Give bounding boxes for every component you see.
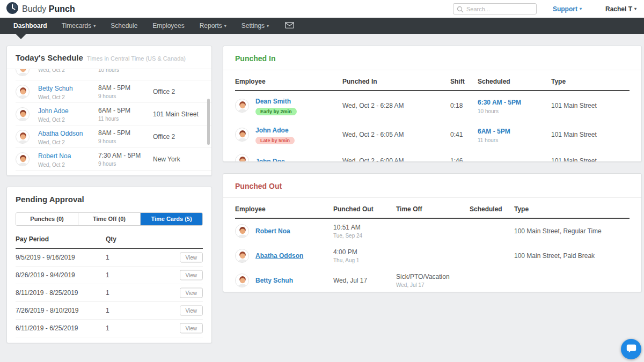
column-punched-in: Punched In [342,78,450,85]
table-row: 6/11/2019 - 6/25/2019 1 View [16,320,203,337]
pay-period-table-header: Pay Period Qty [16,233,203,249]
envelope-icon [285,21,294,31]
type-location: 101 Main Street [551,102,630,109]
shift-time: 6AM - 5PM [98,107,153,114]
pay-period: 7/26/2019 - 8/10/2019 [16,307,106,314]
shift-time: 7:30 AM - 5PM [98,152,153,159]
pay-period: 9/5/2019 - 9/16/2019 [16,254,106,261]
tab-punches[interactable]: Punches (0) [16,213,78,225]
tab-time-off[interactable]: Time Off (0) [78,213,141,225]
punched-in-table-header: Employee Punched In Shift Scheduled Type [235,70,630,91]
todays-schedule-header: Today's ScheduleTimes in Central Time (U… [7,46,211,69]
schedule-row: Wed, Oct 2 10 hours [16,69,211,80]
employee-avatar [235,224,249,238]
employee-name-link[interactable]: Robert Noa [38,152,71,160]
shift-duration: 0:41 [450,131,478,138]
qty: 1 [106,289,109,297]
column-type: Type [551,78,630,85]
view-button[interactable]: View [180,270,203,280]
shift-location: 101 Main Street [153,110,203,118]
schedule-scrollbar[interactable] [207,99,210,145]
employee-avatar [16,85,30,99]
messages-button[interactable] [276,18,303,34]
scheduled-shift-link[interactable]: 6AM - 5PM [478,128,510,135]
view-button[interactable]: View [180,323,203,334]
table-row: 8/11/2019 - 8/25/2019 1 View [16,284,203,302]
shift-location: New York [153,156,203,163]
type-location: 101 Main Street [551,157,630,162]
chevron-down-icon: ▾ [634,6,636,11]
punched-out-table-header: Employee Punched Out Time Off Scheduled … [235,198,630,219]
view-button[interactable]: View [180,306,203,316]
column-scheduled: Scheduled [478,78,551,85]
employee-avatar [235,154,249,162]
column-scheduled: Scheduled [470,205,514,213]
top-header: Buddy Punch Support▾ Rachel T▾ [0,0,644,18]
chat-launcher-button[interactable] [621,339,641,359]
qty: 1 [106,307,109,314]
clock-logo-icon [6,2,18,16]
employee-name-link[interactable]: Abatha Oddson [38,130,83,137]
punched-in-time: Wed, Oct 2 - 6:28 AM [342,102,450,109]
employee-name-link[interactable]: Betty Schuh [255,277,293,284]
punched-out-date: Tue, Sep 24 [333,233,396,239]
nav-item-employees[interactable]: Employees [145,18,192,34]
employee-name-link[interactable]: Dean Smith [255,98,291,105]
nav-item-timecards[interactable]: Timecards▾ [54,18,104,34]
shift-hours: 9 hours [98,161,153,167]
brand-name: Buddy Punch [22,4,75,14]
employee-name-link[interactable]: John Adoe [255,127,289,134]
table-row: 8/26/2019 - 9/4/2019 1 View [16,267,203,284]
employee-name-link[interactable]: John Doe [255,158,285,162]
column-type: Type [514,205,630,213]
shift-time: 8AM - 5PM [98,84,153,92]
view-button[interactable]: View [180,253,203,263]
shift-hours: 11 hours [98,116,153,122]
punched-out-date: Thu, Aug 1 [333,257,396,263]
employee-avatar [16,130,30,144]
pay-period: 6/11/2019 - 6/25/2019 [16,324,106,332]
column-punched-out: Punched Out [333,205,396,213]
chevron-down-icon: ▾ [267,24,269,28]
user-menu[interactable]: Rachel T▾ [605,5,636,13]
global-search [453,3,537,14]
punched-in-time: Wed, Oct 2 - 6:05 AM [342,131,450,138]
chevron-down-icon: ▾ [93,24,96,28]
tab-time-cards[interactable]: Time Cards (5) [141,213,202,225]
scheduled-shift-link[interactable]: 6:30 AM - 5PM [478,99,521,106]
employee-name-link[interactable]: John Adoe [38,107,69,115]
nav-item-schedule[interactable]: Schedule [103,18,145,34]
schedule-date: Wed, Oct 2 [38,94,98,100]
employee-name-link[interactable]: Abatha Oddson [255,252,303,260]
view-button[interactable]: View [180,288,203,298]
schedule-date: Wed, Oct 2 [38,69,98,73]
table-row: Robert Noa 10:51 AMTue, Sep 24 100 Main … [235,219,630,243]
type-location: 100 Main Street, Regular Time [514,227,630,235]
todays-schedule-title: Today's Schedule [16,53,83,62]
employee-name-link[interactable]: Betty Schuh [38,85,73,92]
pending-approval-tabs: Punches (0) Time Off (0) Time Cards (5) [16,212,203,226]
brand-logo[interactable]: Buddy Punch [6,2,75,16]
schedule-date: Wed, Oct 2 [38,139,98,145]
employee-name-link[interactable]: Robert Noa [255,227,290,235]
qty: 1 [106,254,109,261]
employee-avatar [16,69,30,76]
nav-item-dashboard[interactable]: Dashboard [6,18,54,34]
search-input[interactable] [453,3,537,14]
employee-avatar [235,249,249,263]
chevron-down-icon: ▾ [580,6,582,11]
employee-avatar [16,107,30,121]
qty: 1 [106,324,109,332]
column-qty: Qty [106,235,116,243]
nav-item-settings[interactable]: Settings▾ [234,18,276,34]
schedule-date: Wed, Oct 2 [38,117,98,123]
schedule-row: John AdoeWed, Oct 2 6AM - 5PM11 hours 10… [16,103,211,125]
schedule-row: Betty SchuhWed, Oct 2 8AM - 5PM9 hours O… [16,80,211,103]
shift-duration: 0:18 [450,102,478,109]
support-link[interactable]: Support▾ [553,5,582,13]
punched-in-title: Punched In [235,54,275,63]
table-row: Abatha Oddson 4:00 PMThu, Aug 1 100 Main… [235,243,630,268]
nav-item-reports[interactable]: Reports▾ [192,18,234,34]
punched-in-card: Punched In Employee Punched In Shift Sch… [223,46,642,162]
shift-location: Office 2 [153,88,203,95]
